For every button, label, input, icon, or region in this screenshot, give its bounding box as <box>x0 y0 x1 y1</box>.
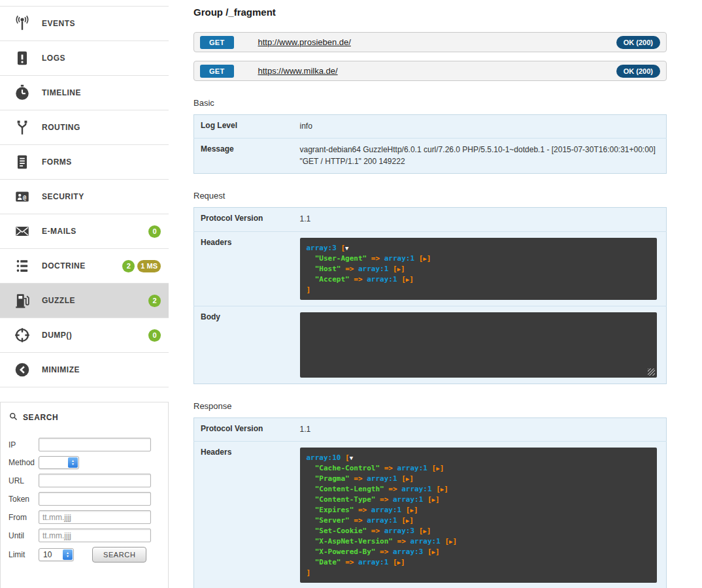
url-input[interactable] <box>39 474 151 487</box>
response-table: Protocol Version 1.1 Headers array:10 [▼… <box>193 417 667 588</box>
sidebar-item-label: FORMS <box>42 157 72 167</box>
sidebar-item-dump[interactable]: DUMP()0 <box>0 318 169 353</box>
antenna-icon <box>8 15 37 32</box>
ip-label: IP <box>8 440 39 449</box>
sidebar-nav: EVENTSLOGSTIMELINEROUTINGFORMS@SECURITYE… <box>0 0 169 387</box>
log-icon <box>8 50 37 67</box>
table-row: Headers array:10 [▼ "Cache-Control" => a… <box>194 441 667 588</box>
search-panel: SEARCH IP Method ▲▼ URL Token <box>0 402 169 588</box>
limit-select-value: 10 <box>43 550 52 559</box>
sidebar-item-timeline[interactable]: TIMELINE <box>0 76 169 110</box>
sidebar-item-label: LOGS <box>42 54 65 63</box>
form-icon <box>8 154 37 171</box>
select-stepper-icon: ▲▼ <box>68 457 78 468</box>
request-section-heading: Request <box>193 191 667 201</box>
search-row-limit: Limit 10 ▲▼ SEARCH <box>8 547 160 563</box>
token-input[interactable] <box>39 492 151 506</box>
search-row-until: Until <box>8 529 160 542</box>
resize-grip[interactable] <box>648 368 655 376</box>
table-row: Log Levelinfo <box>194 115 667 139</box>
table-row: Protocol Version 1.1 <box>194 417 667 441</box>
sidebar: EVENTSLOGSTIMELINEROUTINGFORMS@SECURITYE… <box>0 0 169 588</box>
status-badge: 0 <box>148 225 161 238</box>
row-label: Body <box>194 306 300 384</box>
status-pill: OK (200) <box>616 36 660 49</box>
sidebar-item-label: EVENTS <box>42 19 75 28</box>
table-row: Messagevagrant-debian64 GuzzleHttp/6.0.1… <box>194 139 667 174</box>
search-panel-title: SEARCH <box>23 413 58 422</box>
envelope-icon <box>8 223 37 240</box>
status-badge: 0 <box>148 329 161 342</box>
request-table: Protocol Version 1.1 Headers array:3 [▼ … <box>193 207 667 384</box>
basic-table-body: Log LevelinfoMessagevagrant-debian64 Guz… <box>194 115 667 174</box>
row-label: Protocol Version <box>194 417 300 441</box>
table-row: Headers array:3 [▼ "User-Agent" => array… <box>194 231 667 306</box>
request-url-link[interactable]: https://www.milka.de/ <box>258 66 338 76</box>
sidebar-item-emails[interactable]: E-MAILS0 <box>0 214 169 249</box>
response-headers-dump: array:10 [▼ "Cache-Control" => array:1 [… <box>300 448 658 583</box>
from-date-input[interactable] <box>39 510 151 524</box>
sidebar-item-minimize[interactable]: MINIMIZE <box>0 353 169 387</box>
sidebar-item-events[interactable]: EVENTS <box>0 7 169 41</box>
row-label: Headers <box>194 231 300 306</box>
sidebar-item-logs[interactable]: LOGS <box>0 41 169 76</box>
ip-input[interactable] <box>39 438 151 451</box>
id-card-icon: @ <box>8 188 37 205</box>
until-date-input[interactable] <box>39 529 151 542</box>
target-icon <box>8 327 37 344</box>
request-bar: GEThttp://www.prosieben.de/OK (200) <box>193 32 667 52</box>
sidebar-item-label: GUZZLE <box>42 296 75 305</box>
url-label: URL <box>8 476 39 485</box>
page-title: Group /_fragment <box>193 7 667 18</box>
limit-select[interactable]: 10 ▲▼ <box>39 548 74 561</box>
method-label: Method <box>8 458 39 467</box>
row-value: 1.1 <box>300 417 667 441</box>
sidebar-item-routing[interactable]: ROUTING <box>0 110 169 145</box>
sidebar-item-more[interactable] <box>0 0 169 7</box>
row-value: info <box>300 115 667 139</box>
dump-toggle-icon[interactable]: ▼ <box>350 455 353 461</box>
request-url-link[interactable]: http://www.prosieben.de/ <box>258 37 351 47</box>
search-button[interactable]: SEARCH <box>92 547 146 563</box>
row-label: Protocol Version <box>194 208 300 231</box>
row-label: Headers <box>194 441 300 588</box>
search-row-from: From <box>8 510 160 524</box>
sidebar-item-guzzle[interactable]: GUZZLE2 <box>0 284 169 318</box>
route-icon <box>8 119 37 136</box>
list-icon <box>8 257 37 274</box>
response-section-heading: Response <box>193 401 667 411</box>
search-row-token: Token <box>8 492 160 506</box>
sidebar-item-label: MINIMIZE <box>42 365 80 374</box>
select-stepper-icon: ▲▼ <box>63 549 73 560</box>
table-row: Protocol Version 1.1 <box>194 208 667 231</box>
status-badge: 1 MS <box>137 260 161 272</box>
row-value: 1.1 <box>300 208 667 231</box>
until-label: Until <box>8 531 39 540</box>
status-pill: OK (200) <box>616 65 660 78</box>
sidebar-item-forms[interactable]: FORMS <box>0 145 169 180</box>
svg-text:@: @ <box>23 195 26 201</box>
sidebar-item-label: ROUTING <box>42 123 80 132</box>
row-value: vagrant-debian64 GuzzleHttp/6.0.1 curl/7… <box>300 139 667 174</box>
from-label: From <box>8 513 39 522</box>
sidebar-item-label: SECURITY <box>42 192 84 201</box>
request-body-box <box>300 312 658 378</box>
dump-toggle-icon[interactable]: ▼ <box>345 245 348 252</box>
search-icon <box>8 412 18 423</box>
sidebar-item-doctrine[interactable]: DOCTRINE21 MS <box>0 249 169 284</box>
sidebar-item-security[interactable]: @SECURITY <box>0 180 169 214</box>
clock-icon <box>8 84 37 101</box>
profiler-page: { "colors": { "get_blue": "#1874ad", "pi… <box>0 0 702 588</box>
row-label: Message <box>194 139 300 174</box>
sidebar-item-label: DUMP() <box>42 331 72 340</box>
basic-section-heading: Basic <box>193 98 667 108</box>
token-label: Token <box>8 495 39 504</box>
status-badge: 2 <box>122 260 135 272</box>
http-method-badge: GET <box>200 36 234 49</box>
row-label: Log Level <box>194 115 300 139</box>
search-row-ip: IP <box>8 438 160 451</box>
status-badge: 2 <box>148 295 161 307</box>
http-method-badge: GET <box>200 65 234 78</box>
request-headers-dump: array:3 [▼ "User-Agent" => array:1 [▶] "… <box>300 238 658 300</box>
method-select[interactable]: ▲▼ <box>39 456 79 469</box>
